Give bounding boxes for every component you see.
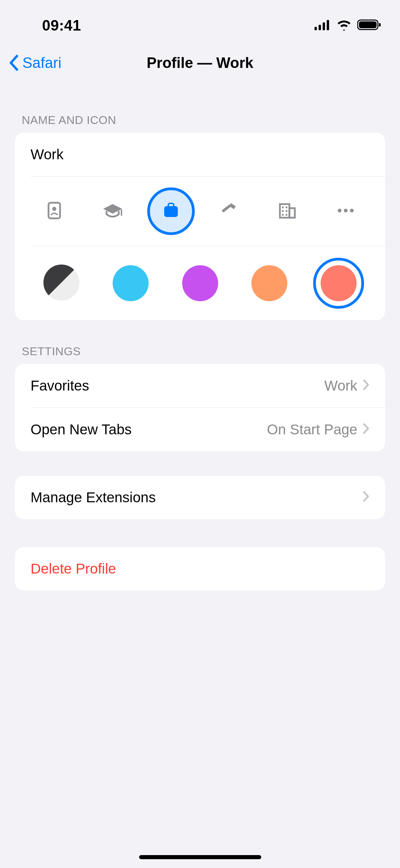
- cellular-icon: [315, 19, 331, 32]
- manage-extensions-row[interactable]: Manage Extensions: [15, 476, 385, 519]
- svg-rect-12: [280, 204, 289, 218]
- settings-card: Favorites Work Open New Tabs On Start Pa…: [15, 364, 385, 451]
- svg-rect-3: [327, 20, 329, 30]
- svg-point-21: [344, 209, 347, 213]
- chevron-right-icon: [363, 378, 369, 394]
- manage-extensions-label: Manage Extensions: [31, 489, 363, 506]
- svg-rect-6: [379, 23, 381, 26]
- delete-profile-label: Delete Profile: [31, 561, 116, 577]
- open-new-tabs-label: Open New Tabs: [31, 421, 267, 438]
- building-icon: [278, 202, 297, 220]
- svg-point-22: [350, 209, 354, 213]
- chevron-right-icon: [363, 489, 369, 506]
- favorites-value: Work: [324, 378, 357, 394]
- chevron-left-icon: [8, 55, 20, 71]
- svg-point-20: [338, 209, 341, 213]
- favorites-row[interactable]: Favorites Work: [15, 364, 385, 408]
- svg-rect-0: [315, 27, 317, 30]
- open-new-tabs-row[interactable]: Open New Tabs On Start Page: [15, 408, 385, 451]
- svg-rect-2: [323, 22, 325, 30]
- ellipsis-icon: [337, 208, 355, 214]
- icon-option-hammer[interactable]: [205, 187, 253, 235]
- chevron-right-icon: [363, 421, 369, 438]
- status-time: 09:41: [42, 17, 81, 34]
- purple-swatch-icon: [182, 265, 218, 301]
- extensions-card: Manage Extensions: [15, 476, 385, 519]
- coral-swatch-icon: [321, 265, 357, 301]
- profile-name-row[interactable]: [15, 133, 385, 176]
- back-label: Safari: [22, 54, 61, 71]
- icon-option-briefcase[interactable]: [147, 187, 195, 235]
- two-tone-swatch-icon: [43, 265, 79, 302]
- color-option-coral[interactable]: [313, 258, 364, 309]
- icon-option-more[interactable]: [322, 187, 369, 235]
- graduation-cap-icon: [102, 203, 123, 220]
- section-header-name-icon: Name and Icon: [0, 113, 400, 133]
- svg-rect-19: [286, 214, 287, 216]
- svg-point-8: [52, 207, 56, 211]
- wifi-icon: [336, 19, 352, 32]
- svg-rect-5: [359, 21, 377, 28]
- svg-rect-11: [222, 204, 231, 213]
- delete-card: Delete Profile: [15, 547, 385, 591]
- icon-option-graduation-cap[interactable]: [89, 187, 136, 235]
- svg-rect-13: [289, 208, 295, 218]
- orange-swatch-icon: [251, 265, 287, 301]
- briefcase-icon: [163, 203, 179, 220]
- svg-rect-14: [282, 206, 284, 208]
- icon-picker: [15, 177, 385, 246]
- svg-rect-15: [286, 206, 287, 208]
- icon-option-building[interactable]: [264, 187, 311, 235]
- id-badge-icon: [47, 201, 61, 221]
- status-bar: 09:41: [0, 0, 400, 44]
- favorites-label: Favorites: [31, 378, 324, 394]
- color-option-orange[interactable]: [244, 258, 295, 309]
- blue-swatch-icon: [113, 265, 149, 301]
- name-icon-card: [15, 133, 385, 320]
- icon-option-id-badge[interactable]: [31, 187, 78, 235]
- svg-rect-17: [286, 210, 287, 212]
- section-header-settings: Settings: [0, 345, 400, 364]
- svg-rect-16: [282, 210, 284, 212]
- color-picker: [15, 246, 385, 320]
- color-option-blue[interactable]: [105, 258, 156, 309]
- color-option-two-tone[interactable]: [36, 258, 87, 309]
- svg-rect-18: [282, 214, 284, 216]
- hammer-icon: [220, 202, 239, 221]
- svg-rect-1: [319, 25, 321, 30]
- home-indicator: [139, 855, 261, 859]
- back-button[interactable]: Safari: [8, 54, 61, 71]
- svg-rect-10: [164, 206, 178, 217]
- open-new-tabs-value: On Start Page: [267, 421, 357, 438]
- nav-bar: Safari Profile — Work: [0, 44, 400, 82]
- color-option-purple[interactable]: [175, 258, 226, 309]
- battery-icon: [357, 19, 382, 32]
- status-indicators: [315, 19, 382, 32]
- delete-profile-button[interactable]: Delete Profile: [15, 547, 385, 591]
- profile-name-input[interactable]: [31, 133, 369, 176]
